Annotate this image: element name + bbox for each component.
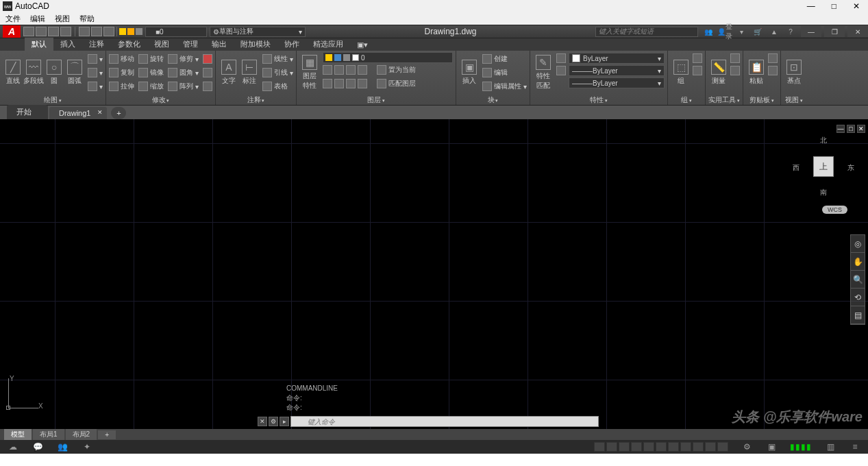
panel-title-group[interactable]: 组 bbox=[671, 95, 702, 105]
vp-min-button[interactable]: — bbox=[836, 125, 845, 133]
qs-toggle[interactable] bbox=[705, 442, 716, 452]
redo-icon[interactable] bbox=[103, 27, 114, 36]
linear-icon[interactable] bbox=[262, 54, 272, 64]
menu-edit[interactable]: 编辑 bbox=[30, 14, 45, 24]
filetab-start[interactable]: 开始 bbox=[7, 105, 48, 119]
workspace-switch-icon[interactable]: ⚙ bbox=[741, 442, 753, 452]
edit-block-icon[interactable] bbox=[482, 68, 492, 77]
close-tab-icon[interactable]: ✕ bbox=[97, 109, 103, 116]
layerlock-icon[interactable] bbox=[358, 65, 367, 75]
polar-toggle[interactable] bbox=[643, 442, 654, 452]
save-icon[interactable] bbox=[48, 27, 59, 36]
ribbon-tab-addins[interactable]: 附加模块 bbox=[234, 38, 277, 51]
panel-title-annotation[interactable]: 注释 bbox=[219, 95, 293, 105]
cmdline-close-button[interactable]: ✕ bbox=[258, 417, 267, 426]
insert-block-button[interactable]: ▣插入 bbox=[459, 52, 480, 93]
model-toggle[interactable] bbox=[594, 442, 605, 452]
layout-tab-model[interactable]: 模型 bbox=[4, 429, 32, 440]
mirror-icon[interactable] bbox=[138, 68, 148, 77]
array-icon[interactable] bbox=[168, 82, 177, 91]
ribbon-tab-more-icon[interactable]: ▣▾ bbox=[350, 39, 375, 51]
l4-icon[interactable] bbox=[358, 79, 367, 88]
offset-icon[interactable] bbox=[203, 82, 212, 91]
undo-icon[interactable] bbox=[91, 27, 102, 36]
layerfrz-icon[interactable] bbox=[346, 65, 356, 75]
infocenter-icon[interactable]: 👥 bbox=[702, 27, 715, 36]
scale-icon[interactable] bbox=[138, 82, 148, 91]
stretch-icon[interactable] bbox=[109, 82, 119, 91]
leader-icon[interactable] bbox=[262, 68, 272, 77]
copy-clip-icon[interactable] bbox=[768, 66, 778, 75]
cloud-icon[interactable]: ☁ bbox=[7, 442, 19, 452]
layeriso-icon[interactable] bbox=[323, 65, 332, 75]
groupedit-icon[interactable] bbox=[693, 66, 702, 75]
viewcube[interactable]: 北 西 东 南 上 bbox=[793, 136, 854, 197]
doc-restore-button[interactable]: ❐ bbox=[824, 26, 845, 37]
sun-icon[interactable] bbox=[119, 28, 126, 35]
nav-wheel-icon[interactable]: ◎ bbox=[851, 235, 865, 253]
viewcube-west[interactable]: 西 bbox=[793, 163, 799, 173]
panel-title-utilities[interactable]: 实用工具 bbox=[708, 95, 740, 105]
fillet-icon[interactable] bbox=[168, 68, 177, 77]
prop-extra-icon[interactable] bbox=[556, 53, 566, 63]
erase-icon[interactable] bbox=[203, 54, 212, 64]
share-icon[interactable]: ✦ bbox=[81, 442, 93, 452]
wcs-label[interactable]: WCS bbox=[822, 206, 847, 214]
l3-icon[interactable] bbox=[346, 79, 356, 88]
l2-icon[interactable] bbox=[334, 79, 344, 88]
l1-icon[interactable] bbox=[323, 79, 332, 88]
exchange-icon[interactable]: ▾ bbox=[735, 27, 747, 36]
workspace-selector[interactable]: ⚙ 草图与注释 ▾ bbox=[210, 27, 306, 37]
doc-minimize-button[interactable]: — bbox=[801, 26, 821, 37]
layout-tab-add[interactable]: + bbox=[98, 430, 116, 439]
menu-file[interactable]: 文件 bbox=[5, 14, 21, 24]
edit-attr-icon[interactable] bbox=[482, 82, 492, 91]
viewcube-north[interactable]: 北 bbox=[820, 136, 827, 145]
anno-toggle[interactable] bbox=[717, 442, 728, 452]
filetab-new-button[interactable]: + bbox=[111, 107, 126, 119]
bulb-icon[interactable] bbox=[127, 28, 134, 35]
rect-icon[interactable] bbox=[88, 54, 97, 64]
setcur-icon[interactable] bbox=[377, 65, 386, 75]
filetab-drawing1[interactable]: Drawing1✕ bbox=[49, 107, 107, 119]
match-icon[interactable] bbox=[377, 79, 386, 88]
customize-status-icon[interactable]: ≡ bbox=[849, 442, 861, 452]
ortho-toggle[interactable] bbox=[631, 442, 642, 452]
vp-max-button[interactable]: □ bbox=[847, 125, 855, 133]
prop-extra2-icon[interactable] bbox=[556, 66, 566, 75]
new-icon[interactable] bbox=[23, 27, 34, 36]
layer-current-dropdown[interactable]: 0 bbox=[323, 52, 453, 63]
table-icon[interactable] bbox=[262, 82, 272, 91]
ribbon-tab-featured[interactable]: 精选应用 bbox=[306, 38, 350, 51]
otrack-toggle[interactable] bbox=[668, 442, 679, 452]
ribbon-tab-collab[interactable]: 协作 bbox=[277, 38, 306, 51]
hardware-accel-icon[interactable]: ▮▮▮▮ bbox=[790, 442, 812, 452]
ribbon-tab-parametric[interactable]: 参数化 bbox=[111, 38, 147, 51]
ellipse-icon[interactable] bbox=[88, 68, 97, 77]
ribbon-tab-view[interactable]: 视图 bbox=[147, 38, 176, 51]
viewcube-top-face[interactable]: 上 bbox=[813, 156, 834, 177]
group-button[interactable]: ⬚组 bbox=[671, 52, 691, 93]
ribbon-tab-home[interactable]: 默认 bbox=[25, 38, 53, 51]
line-button[interactable]: ╱直线 bbox=[3, 52, 23, 93]
trim-icon[interactable] bbox=[168, 54, 177, 64]
panel-title-view[interactable]: 视图 bbox=[784, 95, 804, 105]
circle-button[interactable]: ○圆 bbox=[44, 52, 64, 93]
viewcube-south[interactable]: 南 bbox=[820, 188, 827, 197]
menu-view[interactable]: 视图 bbox=[55, 14, 70, 24]
panel-title-modify[interactable]: 修改 bbox=[109, 95, 212, 105]
trans-toggle[interactable] bbox=[693, 442, 704, 452]
doc-close-button[interactable]: ✕ bbox=[847, 26, 868, 37]
drawing-canvas[interactable]: — □ ✕ 北 西 东 南 上 WCS ◎ ✋ 🔍 ⟲ ▤ Y X COMMAN… bbox=[0, 119, 868, 429]
util1-icon[interactable] bbox=[730, 53, 740, 63]
cut-icon[interactable] bbox=[768, 53, 778, 63]
layout-tab-1[interactable]: 布局1 bbox=[33, 429, 64, 440]
layer-props-button[interactable]: ▦图层 特性 bbox=[299, 52, 320, 93]
qat-layer-dropdown[interactable]: ■ 0 bbox=[145, 27, 207, 37]
text-button[interactable]: A文字 bbox=[219, 52, 239, 93]
window-minimize-button[interactable]: — bbox=[807, 1, 815, 11]
copy-icon[interactable] bbox=[109, 68, 119, 77]
grid-toggle[interactable] bbox=[606, 442, 617, 452]
lineweight-dropdown[interactable]: ——— ByLayer▾ bbox=[569, 65, 665, 76]
freeze-icon[interactable] bbox=[136, 28, 142, 35]
